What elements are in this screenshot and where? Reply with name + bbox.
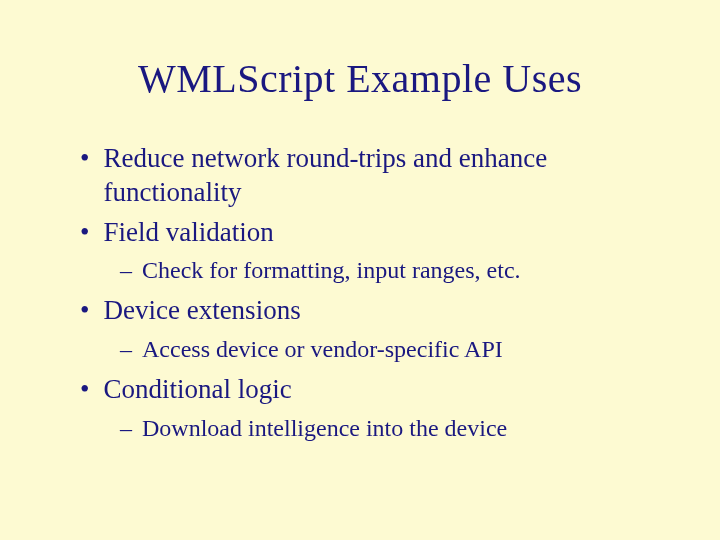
bullet-text: Reduce network round-trips and enhance f… <box>103 142 660 210</box>
slide-title: WMLScript Example Uses <box>60 55 660 102</box>
sub-bullet-item: – Check for formatting, input ranges, et… <box>120 255 660 286</box>
bullet-item: • Field validation <box>80 216 660 250</box>
bullet-marker: • <box>80 373 89 407</box>
bullet-item: • Device extensions <box>80 294 660 328</box>
dash-marker: – <box>120 413 132 444</box>
slide: WMLScript Example Uses • Reduce network … <box>0 0 720 540</box>
bullet-marker: • <box>80 216 89 250</box>
dash-marker: – <box>120 334 132 365</box>
slide-content: • Reduce network round-trips and enhance… <box>60 142 660 444</box>
dash-marker: – <box>120 255 132 286</box>
sub-bullet-text: Check for formatting, input ranges, etc. <box>142 255 521 286</box>
sub-bullet-item: – Download intelligence into the device <box>120 413 660 444</box>
bullet-text: Field validation <box>103 216 273 250</box>
bullet-text: Device extensions <box>103 294 300 328</box>
sub-bullet-item: – Access device or vendor-specific API <box>120 334 660 365</box>
sub-bullet-text: Access device or vendor-specific API <box>142 334 503 365</box>
bullet-item: • Conditional logic <box>80 373 660 407</box>
bullet-text: Conditional logic <box>103 373 291 407</box>
bullet-marker: • <box>80 294 89 328</box>
sub-bullet-text: Download intelligence into the device <box>142 413 507 444</box>
bullet-item: • Reduce network round-trips and enhance… <box>80 142 660 210</box>
bullet-marker: • <box>80 142 89 176</box>
